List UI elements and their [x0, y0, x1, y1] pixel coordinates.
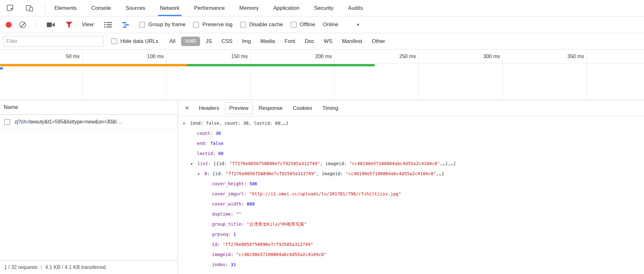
checkbox-disable-cache[interactable]: Disable cache — [240, 21, 283, 28]
tab-application[interactable]: Application — [271, 0, 301, 16]
tab-performance[interactable]: Performance — [192, 0, 227, 16]
filter-pill-manifest[interactable]: Manifest — [338, 37, 366, 46]
record-button[interactable] — [6, 22, 12, 28]
close-icon[interactable]: ✕ — [180, 105, 194, 111]
tab-sources[interactable]: Sources — [124, 0, 147, 16]
filter-pill-other[interactable]: Other — [368, 37, 389, 46]
filter-pill-all[interactable]: All — [166, 37, 179, 46]
checkbox-label: Offline — [300, 21, 315, 28]
screenshot-camera-icon[interactable] — [45, 19, 56, 30]
request-name[interactable]: zj?ch=beauty&t1=595&listtype=new&sn=30&l… — [15, 119, 122, 125]
checkbox-preserve-log[interactable]: Preserve log — [193, 21, 232, 28]
json-tree-property-row: end: false — [178, 138, 644, 148]
tab-elements[interactable]: Elements — [52, 0, 79, 16]
checkbox-group-by-frame[interactable]: Group by frame — [139, 21, 185, 28]
network-toolbar: View: Group by frame Preserve log Disabl… — [0, 16, 644, 33]
json-tree-property-row: id: "ff276e8056f58896e7cf92505a312749" — [178, 239, 644, 249]
details-tab-headers[interactable]: Headers — [194, 102, 223, 114]
clear-button[interactable] — [19, 21, 26, 28]
tab-audits[interactable]: Audits — [346, 0, 365, 16]
filter-pill-font[interactable]: Font — [281, 37, 299, 46]
checkbox-icon — [139, 22, 145, 28]
details-tab-timing[interactable]: Timing — [318, 102, 343, 114]
json-plain-text: : — [208, 161, 214, 166]
timeline-tick-label: 50 ms — [32, 50, 80, 63]
throttling-select[interactable]: Online ▼ — [323, 21, 360, 28]
overview-bar-blue-tick — [0, 67, 3, 69]
status-divider: | — [41, 265, 42, 270]
json-key: cover_height — [212, 181, 244, 186]
json-string-value: "ff276e8056f58896e7cf92505a312749" — [226, 171, 316, 176]
overview-bar-green — [187, 64, 375, 66]
timeline-tick-label: 150 ms — [200, 50, 248, 63]
json-plain-text: : — [217, 242, 223, 247]
json-tree-property-row: dsptime: "" — [178, 209, 644, 219]
json-key: count — [197, 131, 210, 136]
filter-funnel-icon[interactable] — [64, 19, 74, 30]
network-filter-bar: Hide data URLs AllXHRJSCSSImgMediaFontDo… — [0, 33, 644, 50]
filter-pill-media[interactable]: Media — [257, 37, 279, 46]
details-tab-preview[interactable]: Preview — [225, 102, 253, 114]
timeline-tick-label: 200 ms — [284, 50, 332, 63]
json-number-value: 586 — [249, 181, 257, 186]
filter-input[interactable] — [3, 36, 104, 47]
request-row[interactable]: zj?ch=beauty&t1=595&listtype=new&sn=30&l… — [0, 115, 178, 129]
request-count: 1 / 32 requests — [4, 265, 38, 270]
json-plain-text: {id: — [212, 171, 226, 176]
checkbox-icon — [240, 22, 246, 28]
json-plain-text: : — [207, 171, 212, 176]
json-plain-text: , imageid: — [320, 161, 349, 166]
json-plain-text: , imageid: — [316, 171, 346, 176]
timeline-gridline — [250, 50, 251, 100]
checkbox-hide-data-urls[interactable]: Hide data URLs — [111, 38, 158, 45]
json-string-value: "cc48190e57100864abc4d55a2c4104c6" — [236, 252, 327, 257]
details-tab-response[interactable]: Response — [254, 102, 287, 114]
json-string-value: "ff276e8056f58896e7cf92505a312749" — [223, 242, 313, 247]
expander-triangle-icon[interactable]: ▼ — [183, 119, 190, 129]
network-status-bar: 1 / 32 requests | 4.1 KB / 4.1 KB transf… — [0, 260, 178, 274]
throttling-value: Online — [323, 21, 338, 28]
request-details-panel: ✕ HeadersPreviewResponseCookiesTiming ▼{… — [178, 100, 644, 274]
network-overview-timeline[interactable]: 50 ms100 ms150 ms200 ms250 ms300 ms350 m… — [0, 50, 644, 100]
details-tab-cookies[interactable]: Cookies — [289, 102, 317, 114]
filter-pill-css[interactable]: CSS — [218, 37, 236, 46]
timeline-gridline — [166, 50, 167, 100]
view-label: View: — [82, 21, 95, 28]
json-tree-expandable-row[interactable]: ▼list: [{id: "ff276e8056f58896e7cf92505a… — [178, 158, 644, 169]
json-tree-property-row: imageid: "cc48190e57100864abc4d55a2c4104… — [178, 249, 644, 259]
request-checkbox[interactable] — [4, 119, 10, 125]
json-tree-expandable-row[interactable]: ▼0: {id: "ff276e8056f58896e7cf92505a3127… — [178, 169, 644, 179]
json-tree-property-row: index: 31 — [178, 259, 644, 270]
timeline-tick-label: 300 ms — [453, 50, 500, 63]
timeline-gridline — [586, 50, 587, 100]
tab-console[interactable]: Console — [89, 0, 113, 16]
details-tabs: HeadersPreviewResponseCookiesTiming — [194, 102, 343, 114]
tab-network[interactable]: Network — [158, 0, 181, 16]
expander-triangle-icon[interactable]: ▼ — [197, 169, 204, 179]
json-string-value: "http://i1.umei.cc/uploads/tu/201701/798… — [249, 191, 401, 196]
waterfall-overview-icon[interactable] — [121, 19, 131, 30]
json-preview-tree: ▼{end: false, count: 30, lastid: 60,…}co… — [178, 116, 644, 274]
separator — [45, 3, 45, 13]
device-toolbar-icon[interactable] — [24, 3, 35, 14]
name-column-header[interactable]: Name — [0, 100, 178, 115]
filter-pill-js[interactable]: JS — [202, 37, 216, 46]
filter-pill-ws[interactable]: WS — [320, 37, 336, 46]
checkbox-icon — [111, 38, 117, 44]
filter-pill-xhr[interactable]: XHR — [181, 37, 200, 46]
checkbox-icon — [291, 22, 297, 28]
json-plain-text: [{id: — [214, 161, 230, 166]
checkbox-offline[interactable]: Offline — [291, 21, 315, 28]
network-main-split: Name zj?ch=beauty&t1=595&listtype=new&sn… — [0, 100, 644, 274]
small-rows-view-icon[interactable] — [102, 19, 113, 30]
filter-pill-doc[interactable]: Doc — [301, 37, 318, 46]
tab-memory[interactable]: Memory — [237, 0, 260, 16]
json-number-value: 60 — [218, 151, 223, 156]
inspect-element-icon[interactable] — [5, 3, 16, 14]
filter-pill-img[interactable]: Img — [238, 37, 255, 46]
devtools-tabbar: ElementsConsoleSourcesNetworkPerformance… — [0, 0, 644, 16]
tab-security[interactable]: Security — [312, 0, 335, 16]
json-tree-expandable-row[interactable]: ▼{end: false, count: 30, lastid: 60,…} — [178, 118, 644, 128]
expander-triangle-icon[interactable]: ▼ — [191, 159, 197, 169]
chevron-down-icon: ▼ — [356, 22, 360, 27]
